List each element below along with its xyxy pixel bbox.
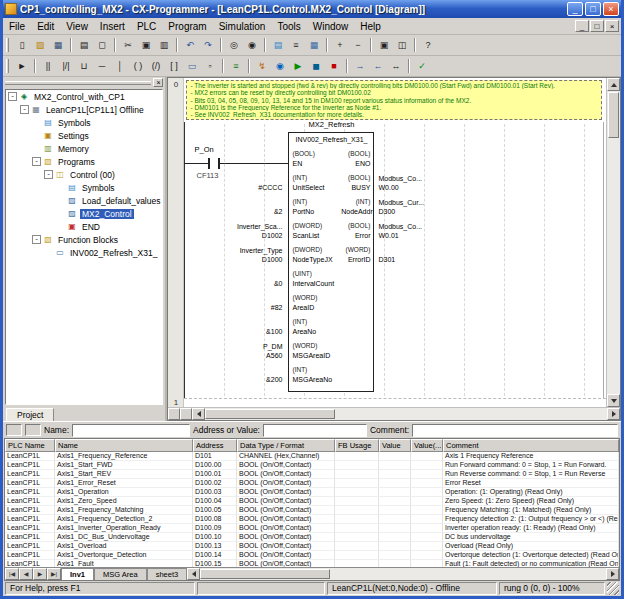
view-symbols-button[interactable]: ▤ [269,37,287,54]
expander-icon[interactable]: - [8,92,17,101]
minimize-button[interactable]: _ [567,2,583,16]
paste-button[interactable]: ▥ [155,37,173,54]
mdi-restore-button[interactable]: □ [590,20,604,32]
tree-item-control-00[interactable]: -◫Control (00) [6,168,162,181]
toolbar-grip[interactable] [6,38,9,52]
new-function-block-button[interactable]: ▭ [183,58,201,75]
sheet-nav-button-0[interactable]: |◀ [5,568,19,580]
operand-busy[interactable]: Modbus_Co...W0.00 [378,168,498,192]
new-coil-button[interactable]: ( ) [129,58,147,75]
undo-button[interactable]: ↶ [181,37,199,54]
watch-row[interactable]: LeanCP1LAxis1_OperationD100.03BOOL (On/O… [5,488,619,497]
new-or-contact-button[interactable]: ⊔ [75,58,93,75]
cascade-windows-button[interactable]: ▣ [375,37,393,54]
vertical-line-button[interactable]: │ [111,58,129,75]
help-button[interactable]: ? [419,37,437,54]
program-check-button[interactable]: ✓ [413,58,431,75]
column-header-data-type-format[interactable]: Data Type / Format [237,439,335,452]
tree-item-function-blocks[interactable]: -▧Function Blocks [6,233,162,246]
selection-mode-button[interactable]: ► [13,58,31,75]
split-box[interactable] [168,408,180,420]
menu-file[interactable]: File [3,20,31,33]
operand-scanlist[interactable]: Inverter_Sca...D1002 [184,216,282,240]
watch-row[interactable]: LeanCP1LAxis1_Frequency_Detection_2D100.… [5,515,619,524]
watch-row[interactable]: LeanCP1LAxis1_DC_Bus_UndervoltageD100.10… [5,533,619,542]
mdi-close-button[interactable]: × [605,20,619,32]
view-mnemonics-button[interactable]: ≡ [287,37,305,54]
watch-row[interactable]: LeanCP1LAxis1_FaultD100.15BOOL (On/Off,C… [5,560,619,567]
comment-tool-button[interactable]: ≡ [227,58,245,75]
horizontal-line-button[interactable]: ─ [93,58,111,75]
scroll-up-button[interactable] [607,78,620,91]
print-button[interactable]: ▤ [75,37,93,54]
watch-scroll-right-button[interactable] [606,568,619,580]
menu-view[interactable]: View [60,20,94,33]
cut-button[interactable]: ✂ [119,37,137,54]
vertical-scroll-thumb[interactable] [608,92,619,138]
copy-button[interactable]: ▣ [137,37,155,54]
tree-item-mx2-control-with-cp1[interactable]: -◈MX2_Control_with_CP1 [6,90,162,103]
scroll-left-button[interactable] [192,408,205,420]
mdi-minimize-button[interactable]: _ [575,20,589,32]
function-block[interactable]: INV002_Refresh_X31_ (BOOL)EN(INT)UnitSel… [288,132,374,392]
rung-comment-box[interactable]: - The inverter is started and stopped (f… [186,80,602,120]
operand-portno[interactable]: &2 [184,192,282,216]
address-input[interactable] [263,424,367,437]
fb-parameter-button[interactable]: ▫ [201,58,219,75]
split-box-2[interactable] [180,408,192,420]
watch-row[interactable]: LeanCP1LAxis1_Frequency_MatchingD100.05B… [5,506,619,515]
operand-msgareano[interactable]: &200 [184,360,282,384]
watch-scrollbar[interactable] [187,568,619,580]
view-diagram-button[interactable]: ▦ [305,37,323,54]
column-header-plc-name[interactable]: PLC Name [5,439,55,452]
watch-row[interactable]: LeanCP1LAxis1_Start_FWDD100.00BOOL (On/O… [5,461,619,470]
new-file-button[interactable]: ▯ [13,37,31,54]
restore-button[interactable]: □ [585,2,601,16]
work-online-button[interactable]: ↯ [253,58,271,75]
operand-areaid[interactable]: #82 [184,288,282,312]
run-mode-button[interactable]: ▶ [289,58,307,75]
horizontal-scrollbar[interactable] [168,407,620,420]
menu-insert[interactable]: Insert [94,20,131,33]
project-tab[interactable]: Project [6,408,54,421]
watch-scroll-track[interactable] [330,568,606,580]
transfer-from-plc-button[interactable]: ← [369,58,387,75]
tree-item-inv002-refresh-x31[interactable]: ▭INV002_Refresh_X31_ [6,246,162,259]
expander-icon[interactable]: - [44,170,53,179]
new-instruction-button[interactable]: [ ] [165,58,183,75]
ladder-canvas[interactable]: - The inverter is started and stopped (f… [184,78,606,407]
watch-row[interactable]: LeanCP1LAxis1_OverloadD100.13BOOL (On/Of… [5,542,619,551]
watch-scroll-thumb[interactable] [200,569,330,579]
operand-nodeaddr[interactable]: Modbus_Cur...D300 [378,192,498,216]
menu-window[interactable]: Window [307,20,355,33]
program-mode-button[interactable]: ■ [325,58,343,75]
operand-error[interactable]: Modbus_Co...W0.01 [378,216,498,240]
watch-row[interactable]: LeanCP1LAxis1_Zero_SpeedD100.04BOOL (On/… [5,497,619,506]
sheet-tab-inv1[interactable]: Inv1 [61,568,94,580]
tile-windows-button[interactable]: ◫ [393,37,411,54]
tree-item-symbols[interactable]: ▤Symbols [6,181,162,194]
horizontal-scroll-thumb[interactable] [205,409,335,419]
new-closed-contact-button[interactable]: |/| [57,58,75,75]
tree-item-leancp1l-cp1l1-offline[interactable]: -▦LeanCP1L[CP1L1] Offline [6,103,162,116]
tree-item-mx2-control[interactable]: ▨MX2_Control [6,207,162,220]
zoom-out-button[interactable]: − [349,37,367,54]
new-contact-button[interactable]: || [39,58,57,75]
operand-nodetypejx[interactable]: Inverter_TypeD1000 [184,240,282,264]
column-header-address[interactable]: Address [193,439,237,452]
watch-row[interactable]: LeanCP1LAxis1_Error_ResetD100.02BOOL (On… [5,479,619,488]
operand-msgareaid[interactable]: P_DMA560 [184,336,282,360]
save-button[interactable]: ▦ [49,37,67,54]
operand-unitselect[interactable]: #CCCC [184,168,282,192]
watch-row[interactable]: LeanCP1LAxis1_Overtorque_DetectionD100.1… [5,551,619,560]
column-header-fb-usage[interactable]: FB Usage [335,439,379,452]
column-header-value[interactable]: Value [379,439,411,452]
transfer-to-plc-button[interactable]: → [351,58,369,75]
column-header-name[interactable]: Name [55,439,193,452]
tree-item-symbols[interactable]: ▤Symbols [6,116,162,129]
tree-item-memory[interactable]: ▥Memory [6,142,162,155]
zoom-in-button[interactable]: + [331,37,349,54]
expander-icon[interactable]: - [20,105,29,114]
workspace-close-button[interactable]: × [153,78,163,87]
redo-button[interactable]: ↷ [199,37,217,54]
